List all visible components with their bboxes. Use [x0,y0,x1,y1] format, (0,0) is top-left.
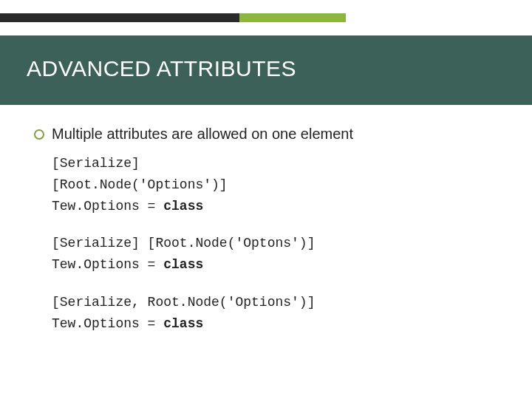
code-line: [Serialize] [Root.Node('Optons')] [52,233,498,254]
keyword: class [163,316,203,331]
bullet-row: Multiple attributes are allowed on one e… [34,126,498,143]
bullet-text: Multiple attributes are allowed on one e… [52,126,353,143]
accent-bar-dark [0,13,239,22]
hollow-circle-icon [34,129,44,140]
code-line: [Serialize] [52,153,498,174]
code-section: [Serialize][Root.Node('Options')]Tew.Opt… [34,153,498,335]
keyword: class [163,257,203,272]
title-band: ADVANCED ATTRIBUTES [0,35,532,105]
accent-bars [0,13,532,22]
code-block: [Serialize, Root.Node('Options')]Tew.Opt… [52,292,498,335]
code-line: [Serialize, Root.Node('Options')] [52,292,498,313]
code-line: Tew.Options = class [52,313,498,335]
content-area: Multiple attributes are allowed on one e… [0,105,532,335]
accent-bar-white [346,13,532,22]
code-line: Tew.Options = class [52,254,498,276]
code-block: [Serialize] [Root.Node('Optons')]Tew.Opt… [52,233,498,276]
code-line: Tew.Options = class [52,196,498,217]
code-line: [Root.Node('Options')] [52,174,498,196]
accent-bar-green [239,13,346,22]
code-block: [Serialize][Root.Node('Options')]Tew.Opt… [52,153,498,216]
keyword: class [163,199,203,214]
page-title: ADVANCED ATTRIBUTES [27,56,505,81]
